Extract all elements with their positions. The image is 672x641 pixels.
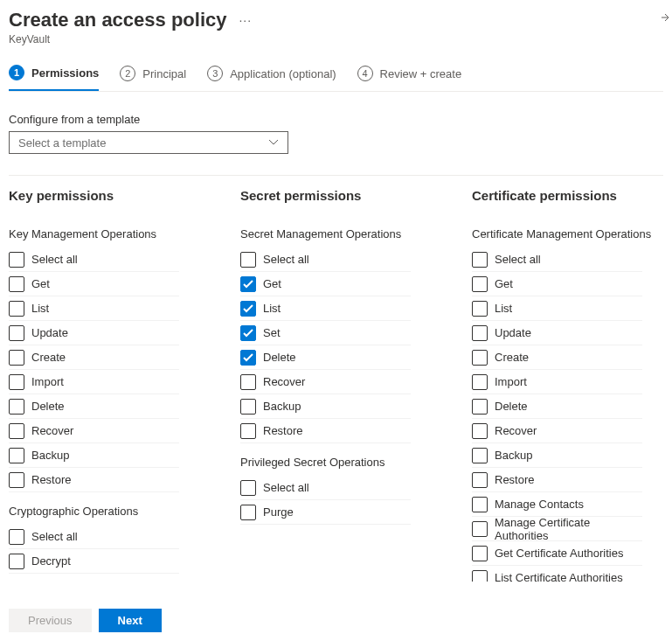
permission-label[interactable]: List: [263, 302, 281, 315]
step-label: Review + create: [380, 67, 462, 80]
permission-checkbox[interactable]: [472, 570, 488, 582]
wizard-step-2[interactable]: 2Principal: [120, 65, 186, 91]
permission-checkbox[interactable]: [9, 276, 24, 292]
permission-checkbox[interactable]: [472, 521, 488, 537]
close-icon[interactable]: [662, 5, 672, 31]
permission-label[interactable]: Restore: [263, 424, 303, 437]
permission-checkbox[interactable]: [240, 423, 256, 439]
permission-label[interactable]: Backup: [31, 449, 69, 462]
permission-label[interactable]: List: [31, 302, 49, 315]
permission-label[interactable]: Import: [31, 375, 64, 388]
wizard-step-1[interactable]: 1Permissions: [9, 65, 99, 91]
permission-label[interactable]: Get: [263, 277, 281, 290]
permission-row: Restore: [240, 419, 411, 443]
permission-checkbox[interactable]: [9, 325, 24, 341]
permission-label[interactable]: Get: [31, 277, 50, 290]
permission-row: List: [9, 296, 179, 321]
permission-label[interactable]: List Certificate Authorities: [495, 571, 623, 582]
permission-checkbox[interactable]: [472, 276, 488, 292]
more-actions-icon[interactable]: ···: [239, 13, 252, 27]
permission-checkbox[interactable]: [472, 325, 488, 341]
permission-label[interactable]: Recover: [31, 424, 73, 437]
permission-checkbox[interactable]: [9, 423, 24, 439]
permission-checkbox[interactable]: [9, 301, 24, 317]
permission-label[interactable]: Manage Certificate Authorities: [495, 516, 642, 542]
permission-checkbox[interactable]: [472, 497, 488, 512]
permission-checkbox[interactable]: [472, 472, 488, 488]
permission-checkbox[interactable]: [472, 546, 488, 561]
permission-checkbox[interactable]: [240, 276, 256, 292]
permission-checkbox[interactable]: [9, 399, 24, 415]
permission-label[interactable]: Delete: [31, 400, 65, 413]
permission-checkbox[interactable]: [9, 350, 24, 366]
permission-checkbox[interactable]: [240, 350, 256, 366]
permissions-column: Secret permissionsSecret Management Oper…: [240, 188, 472, 582]
permission-label[interactable]: Restore: [31, 473, 72, 486]
permission-row: Delete: [472, 394, 642, 419]
permission-checkbox[interactable]: [240, 325, 256, 341]
permission-label[interactable]: Select all: [263, 481, 309, 494]
permission-label[interactable]: Purge: [263, 505, 294, 519]
permission-checkbox[interactable]: [240, 374, 256, 390]
permission-label[interactable]: Select all: [31, 530, 78, 543]
permission-checkbox[interactable]: [240, 480, 256, 496]
permissions-column: Key permissionsKey Management Operations…: [9, 188, 240, 582]
permission-label[interactable]: Get Certificate Authorities: [495, 547, 623, 560]
permission-label[interactable]: Decrypt: [31, 554, 71, 568]
permission-checkbox[interactable]: [9, 374, 24, 390]
permission-checkbox[interactable]: [472, 374, 488, 390]
permission-row: Purge: [240, 500, 411, 525]
permission-label[interactable]: Update: [495, 326, 531, 339]
wizard-steps: 1Permissions2Principal3Application (opti…: [0, 45, 672, 91]
permission-checkbox[interactable]: [240, 252, 256, 268]
permission-checkbox[interactable]: [472, 399, 488, 415]
permission-label[interactable]: Create: [31, 351, 66, 364]
group-title: Privileged Secret Operations: [240, 456, 472, 469]
permission-label[interactable]: Backup: [263, 400, 301, 413]
permission-checkbox[interactable]: [472, 252, 488, 268]
permission-label[interactable]: Delete: [495, 400, 528, 413]
permission-row: Get: [240, 272, 411, 296]
permission-label[interactable]: Recover: [263, 375, 305, 388]
wizard-step-3[interactable]: 3Application (optional): [207, 65, 336, 91]
permission-checkbox[interactable]: [472, 423, 488, 439]
permission-label[interactable]: Select all: [31, 253, 78, 266]
next-button[interactable]: Next: [99, 609, 162, 632]
wizard-step-4[interactable]: 4Review + create: [357, 65, 462, 91]
permission-label[interactable]: Select all: [263, 253, 309, 266]
permission-label[interactable]: Set: [263, 326, 281, 339]
permission-row: Create: [472, 345, 642, 370]
permission-label[interactable]: Backup: [495, 449, 532, 462]
permission-checkbox[interactable]: [9, 448, 24, 463]
permission-checkbox[interactable]: [472, 350, 488, 366]
permission-checkbox[interactable]: [9, 554, 24, 569]
permission-checkbox[interactable]: [9, 529, 24, 545]
permission-label[interactable]: Recover: [495, 424, 537, 437]
permission-checkbox[interactable]: [472, 448, 488, 463]
permission-checkbox[interactable]: [9, 252, 24, 268]
permission-label[interactable]: Update: [31, 326, 68, 339]
permission-row: Update: [472, 321, 642, 345]
permission-checkbox[interactable]: [240, 301, 256, 317]
template-select-value: Select a template: [18, 136, 106, 150]
group-title: Secret Management Operations: [240, 227, 472, 240]
previous-button[interactable]: Previous: [9, 609, 92, 632]
permission-checkbox[interactable]: [472, 301, 488, 317]
permission-label[interactable]: Import: [495, 375, 527, 388]
permission-label[interactable]: Restore: [495, 473, 535, 486]
column-title: Key permissions: [9, 188, 240, 203]
permission-label[interactable]: Select all: [495, 253, 541, 266]
permission-label[interactable]: Create: [495, 351, 529, 364]
permission-label[interactable]: Get: [495, 277, 513, 290]
permission-label[interactable]: Manage Contacts: [495, 498, 584, 511]
permission-row: Recover: [240, 370, 411, 394]
column-title: Secret permissions: [240, 188, 472, 203]
permission-checkbox[interactable]: [9, 472, 24, 488]
permission-label[interactable]: List: [495, 302, 512, 315]
permission-label[interactable]: Delete: [263, 351, 296, 364]
permission-checkbox[interactable]: [240, 399, 256, 415]
permission-row: Decrypt: [9, 549, 179, 574]
permission-checkbox[interactable]: [240, 505, 256, 520]
template-select[interactable]: Select a template: [9, 131, 288, 154]
chevron-down-icon: [268, 139, 279, 146]
